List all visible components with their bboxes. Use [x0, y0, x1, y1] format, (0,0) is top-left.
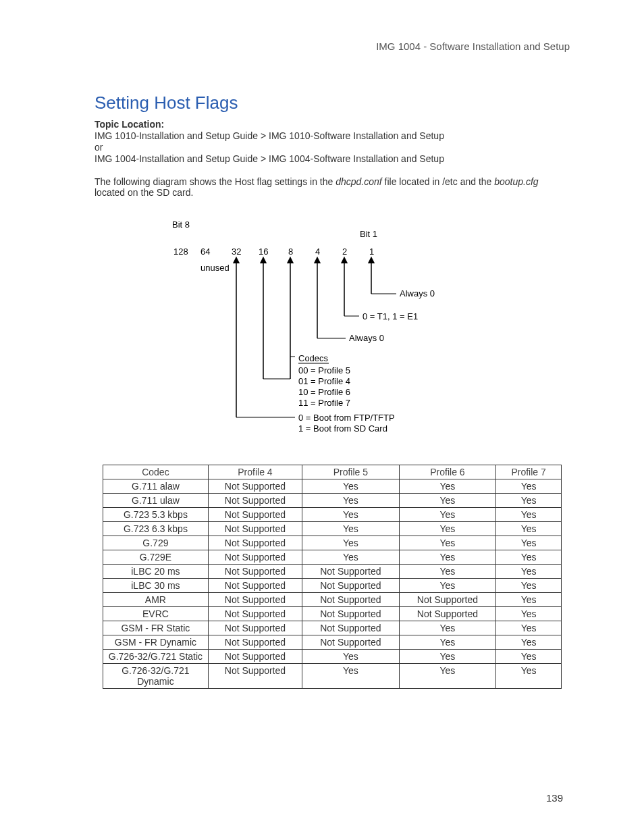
diagram-bit8-label: Bit 8: [172, 219, 190, 230]
table-row: G.729ENot SupportedYesYesYes: [103, 550, 562, 565]
table-cell: AMR: [103, 593, 209, 607]
diagram-always-zero-a: Always 0: [400, 288, 435, 298]
diagram-val-2: 2: [342, 246, 347, 257]
table-cell: Not Supported: [302, 607, 400, 621]
table-cell: Not Supported: [208, 565, 302, 579]
table-row: iLBC 30 msNot SupportedNot SupportedYesY…: [103, 579, 562, 593]
page-number: 139: [546, 792, 563, 804]
table-cell: Yes: [399, 565, 496, 579]
table-row: GSM - FR StaticNot SupportedNot Supporte…: [103, 621, 562, 635]
table-cell: Yes: [496, 579, 562, 593]
table-cell: G.729: [103, 536, 209, 550]
table-cell: Not Supported: [208, 536, 302, 550]
diagram-bit1-label: Bit 1: [360, 229, 377, 239]
table-cell: Yes: [302, 550, 400, 565]
table-cell: Yes: [399, 664, 496, 689]
table-cell: Not Supported: [302, 621, 400, 635]
table-row: GSM - FR DynamicNot SupportedNot Support…: [103, 635, 562, 650]
dhcpd-conf-file: dhcpd.conf: [336, 176, 382, 187]
intro-text-2: file located in /etc and the: [382, 176, 495, 187]
table-cell: Not Supported: [208, 550, 302, 565]
diagram-boot-line2: 1 = Boot from SD Card: [298, 423, 387, 434]
table-cell: Yes: [399, 536, 496, 550]
intro-text-1: The following diagram shows the Host fla…: [95, 176, 336, 187]
diagram-codecs-heading: Codecs: [298, 353, 328, 363]
table-cell: G.729E: [103, 550, 209, 565]
table-cell: Yes: [399, 621, 496, 635]
diagram-always-zero-b: Always 0: [349, 333, 384, 343]
table-cell: G.726-32/G.721 Static: [103, 650, 209, 664]
table-cell: Yes: [302, 494, 400, 508]
table-cell: Not Supported: [208, 650, 302, 664]
table-cell: Yes: [496, 565, 562, 579]
diagram-val-128: 128: [173, 246, 188, 257]
table-cell: Yes: [496, 494, 562, 508]
table-row: G.711 alawNot SupportedYesYesYes: [103, 479, 562, 494]
table-cell: G.711 ulaw: [103, 494, 209, 508]
table-cell: Yes: [399, 550, 496, 565]
diagram-val-64: 64: [200, 246, 210, 257]
table-cell: Yes: [496, 508, 562, 522]
table-header-profile7: Profile 7: [496, 465, 562, 479]
table-cell: Not Supported: [208, 607, 302, 621]
diagram-codecs-line3: 10 = Profile 6: [298, 387, 350, 397]
diagram-val-16: 16: [259, 246, 268, 257]
running-header: IMG 1004 - Software Installation and Set…: [95, 41, 570, 52]
table-cell: Not Supported: [208, 522, 302, 536]
page-title: Setting Host Flags: [95, 93, 570, 113]
intro-paragraph: The following diagram shows the Host fla…: [95, 176, 570, 198]
table-cell: Not Supported: [208, 664, 302, 689]
table-cell: GSM - FR Dynamic: [103, 635, 209, 650]
table-cell: Not Supported: [399, 607, 496, 621]
table-row: EVRCNot SupportedNot SupportedNot Suppor…: [103, 607, 562, 621]
table-header-row: Codec Profile 4 Profile 5 Profile 6 Prof…: [103, 465, 562, 479]
diagram-val-8: 8: [288, 246, 293, 257]
intro-text-3: located on the SD card.: [95, 187, 193, 198]
table-cell: Yes: [496, 607, 562, 621]
table-cell: Yes: [496, 550, 562, 565]
table-cell: Yes: [302, 536, 400, 550]
table-cell: Yes: [496, 522, 562, 536]
table-cell: Not Supported: [399, 593, 496, 607]
table-cell: Yes: [496, 664, 562, 689]
table-cell: Not Supported: [208, 635, 302, 650]
table-cell: Yes: [399, 494, 496, 508]
table-cell: Yes: [399, 650, 496, 664]
table-cell: Not Supported: [302, 593, 400, 607]
table-cell: EVRC: [103, 607, 209, 621]
table-cell: Yes: [496, 593, 562, 607]
diagram-codecs-line1: 00 = Profile 5: [298, 365, 350, 375]
table-row: G.723 6.3 kbpsNot SupportedYesYesYes: [103, 522, 562, 536]
table-cell: Yes: [399, 479, 496, 494]
table-cell: Yes: [302, 522, 400, 536]
topic-location-line2: IMG 1004-Installation and Setup Guide > …: [95, 153, 570, 164]
table-cell: Not Supported: [302, 565, 400, 579]
table-header-profile6: Profile 6: [399, 465, 496, 479]
table-cell: Not Supported: [208, 593, 302, 607]
table-cell: Yes: [399, 508, 496, 522]
table-row: G.726-32/G.721 StaticNot SupportedYesYes…: [103, 650, 562, 664]
table-cell: Yes: [496, 536, 562, 550]
table-header-profile5: Profile 5: [302, 465, 400, 479]
diagram-codecs-line2: 01 = Profile 4: [298, 376, 350, 386]
table-cell: GSM - FR Static: [103, 621, 209, 635]
table-header-profile4: Profile 4: [208, 465, 302, 479]
table-row: G.726-32/G.721 DynamicNot SupportedYesYe…: [103, 664, 562, 689]
diagram-val-1: 1: [369, 246, 374, 257]
table-cell: Yes: [496, 621, 562, 635]
table-cell: Yes: [496, 479, 562, 494]
table-row: G.711 ulawNot SupportedYesYesYes: [103, 494, 562, 508]
topic-location-line1: IMG 1010-Installation and Setup Guide > …: [95, 130, 570, 141]
bootup-cfg-file: bootup.cfg: [494, 176, 538, 187]
table-cell: Not Supported: [302, 579, 400, 593]
table-cell: G.726-32/G.721 Dynamic: [103, 664, 209, 689]
diagram-val-32: 32: [232, 246, 241, 257]
table-header-codec: Codec: [103, 465, 209, 479]
table-cell: Yes: [496, 650, 562, 664]
table-cell: Yes: [302, 650, 400, 664]
table-cell: G.711 alaw: [103, 479, 209, 494]
table-cell: Not Supported: [208, 494, 302, 508]
topic-location-or: or: [95, 142, 570, 153]
diagram-unused-label: unused: [200, 263, 230, 273]
table-row: G.729Not SupportedYesYesYes: [103, 536, 562, 550]
